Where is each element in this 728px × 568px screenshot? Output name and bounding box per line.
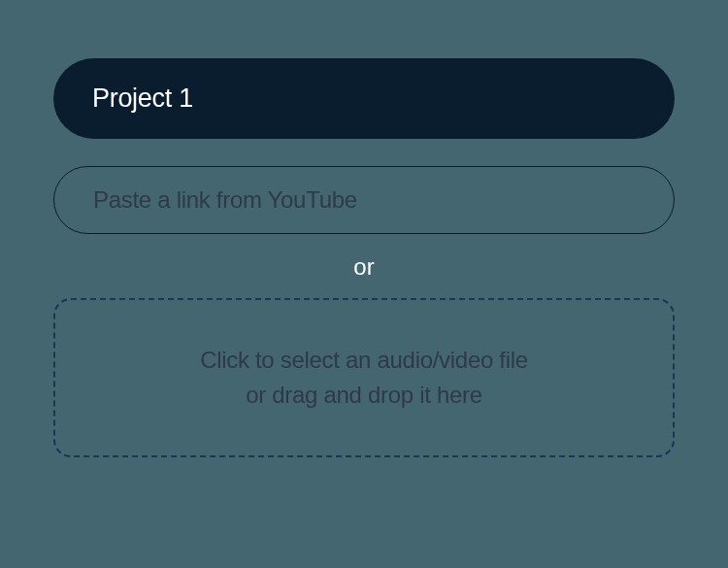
project-header[interactable]: Project 1 — [53, 58, 675, 139]
youtube-link-input[interactable] — [93, 186, 635, 214]
file-dropzone[interactable]: Click to select an audio/video file or d… — [53, 298, 675, 457]
upload-panel: Project 1 or Click to select an audio/vi… — [0, 0, 728, 457]
project-title: Project 1 — [92, 84, 193, 114]
dropzone-text-line2: or drag and drop it here — [94, 378, 634, 413]
separator-label: or — [53, 253, 675, 281]
dropzone-text-line1: Click to select an audio/video file — [94, 343, 634, 378]
link-input-container[interactable] — [53, 166, 675, 234]
